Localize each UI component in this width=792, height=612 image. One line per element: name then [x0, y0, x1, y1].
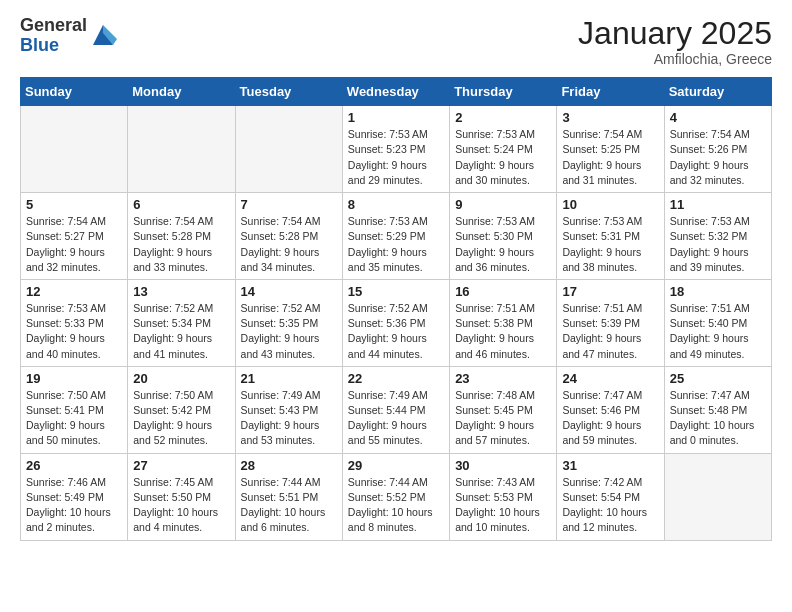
day-number: 16: [455, 284, 551, 299]
day-number: 14: [241, 284, 337, 299]
header-tuesday: Tuesday: [235, 78, 342, 106]
cell-info: Sunrise: 7:52 AM Sunset: 5:36 PM Dayligh…: [348, 301, 444, 362]
day-number: 26: [26, 458, 122, 473]
calendar-cell: 19Sunrise: 7:50 AM Sunset: 5:41 PM Dayli…: [21, 366, 128, 453]
day-number: 27: [133, 458, 229, 473]
calendar-cell: 9Sunrise: 7:53 AM Sunset: 5:30 PM Daylig…: [450, 193, 557, 280]
calendar-cell: 30Sunrise: 7:43 AM Sunset: 5:53 PM Dayli…: [450, 453, 557, 540]
calendar-cell: 27Sunrise: 7:45 AM Sunset: 5:50 PM Dayli…: [128, 453, 235, 540]
calendar-week-row: 26Sunrise: 7:46 AM Sunset: 5:49 PM Dayli…: [21, 453, 772, 540]
calendar-cell: 18Sunrise: 7:51 AM Sunset: 5:40 PM Dayli…: [664, 279, 771, 366]
day-number: 11: [670, 197, 766, 212]
calendar-cell: 21Sunrise: 7:49 AM Sunset: 5:43 PM Dayli…: [235, 366, 342, 453]
day-number: 8: [348, 197, 444, 212]
cell-info: Sunrise: 7:49 AM Sunset: 5:44 PM Dayligh…: [348, 388, 444, 449]
cell-info: Sunrise: 7:52 AM Sunset: 5:35 PM Dayligh…: [241, 301, 337, 362]
calendar-cell: 4Sunrise: 7:54 AM Sunset: 5:26 PM Daylig…: [664, 106, 771, 193]
cell-info: Sunrise: 7:53 AM Sunset: 5:24 PM Dayligh…: [455, 127, 551, 188]
month-title: January 2025: [578, 16, 772, 51]
calendar-cell: 29Sunrise: 7:44 AM Sunset: 5:52 PM Dayli…: [342, 453, 449, 540]
cell-info: Sunrise: 7:53 AM Sunset: 5:30 PM Dayligh…: [455, 214, 551, 275]
day-number: 1: [348, 110, 444, 125]
title-block: January 2025 Amfilochia, Greece: [578, 16, 772, 67]
calendar-cell: 31Sunrise: 7:42 AM Sunset: 5:54 PM Dayli…: [557, 453, 664, 540]
cell-info: Sunrise: 7:50 AM Sunset: 5:41 PM Dayligh…: [26, 388, 122, 449]
cell-info: Sunrise: 7:45 AM Sunset: 5:50 PM Dayligh…: [133, 475, 229, 536]
calendar-cell: 2Sunrise: 7:53 AM Sunset: 5:24 PM Daylig…: [450, 106, 557, 193]
cell-info: Sunrise: 7:48 AM Sunset: 5:45 PM Dayligh…: [455, 388, 551, 449]
day-number: 12: [26, 284, 122, 299]
calendar-week-row: 19Sunrise: 7:50 AM Sunset: 5:41 PM Dayli…: [21, 366, 772, 453]
calendar-week-row: 5Sunrise: 7:54 AM Sunset: 5:27 PM Daylig…: [21, 193, 772, 280]
cell-info: Sunrise: 7:51 AM Sunset: 5:38 PM Dayligh…: [455, 301, 551, 362]
cell-info: Sunrise: 7:44 AM Sunset: 5:51 PM Dayligh…: [241, 475, 337, 536]
day-number: 6: [133, 197, 229, 212]
day-number: 28: [241, 458, 337, 473]
calendar-cell: [21, 106, 128, 193]
calendar-cell: 13Sunrise: 7:52 AM Sunset: 5:34 PM Dayli…: [128, 279, 235, 366]
cell-info: Sunrise: 7:53 AM Sunset: 5:29 PM Dayligh…: [348, 214, 444, 275]
header-friday: Friday: [557, 78, 664, 106]
cell-info: Sunrise: 7:52 AM Sunset: 5:34 PM Dayligh…: [133, 301, 229, 362]
header-sunday: Sunday: [21, 78, 128, 106]
calendar-cell: 14Sunrise: 7:52 AM Sunset: 5:35 PM Dayli…: [235, 279, 342, 366]
page-header: General Blue January 2025 Amfilochia, Gr…: [20, 16, 772, 67]
cell-info: Sunrise: 7:54 AM Sunset: 5:26 PM Dayligh…: [670, 127, 766, 188]
cell-info: Sunrise: 7:42 AM Sunset: 5:54 PM Dayligh…: [562, 475, 658, 536]
calendar-cell: 8Sunrise: 7:53 AM Sunset: 5:29 PM Daylig…: [342, 193, 449, 280]
calendar-cell: 11Sunrise: 7:53 AM Sunset: 5:32 PM Dayli…: [664, 193, 771, 280]
calendar-cell: 26Sunrise: 7:46 AM Sunset: 5:49 PM Dayli…: [21, 453, 128, 540]
logo-icon: [89, 21, 117, 49]
calendar-cell: 12Sunrise: 7:53 AM Sunset: 5:33 PM Dayli…: [21, 279, 128, 366]
calendar-cell: 16Sunrise: 7:51 AM Sunset: 5:38 PM Dayli…: [450, 279, 557, 366]
weekday-header-row: Sunday Monday Tuesday Wednesday Thursday…: [21, 78, 772, 106]
logo-text: General Blue: [20, 16, 87, 56]
day-number: 25: [670, 371, 766, 386]
calendar-cell: 5Sunrise: 7:54 AM Sunset: 5:27 PM Daylig…: [21, 193, 128, 280]
calendar-cell: 24Sunrise: 7:47 AM Sunset: 5:46 PM Dayli…: [557, 366, 664, 453]
cell-info: Sunrise: 7:53 AM Sunset: 5:33 PM Dayligh…: [26, 301, 122, 362]
calendar-cell: 23Sunrise: 7:48 AM Sunset: 5:45 PM Dayli…: [450, 366, 557, 453]
day-number: 4: [670, 110, 766, 125]
day-number: 2: [455, 110, 551, 125]
cell-info: Sunrise: 7:46 AM Sunset: 5:49 PM Dayligh…: [26, 475, 122, 536]
day-number: 15: [348, 284, 444, 299]
cell-info: Sunrise: 7:49 AM Sunset: 5:43 PM Dayligh…: [241, 388, 337, 449]
day-number: 22: [348, 371, 444, 386]
day-number: 17: [562, 284, 658, 299]
cell-info: Sunrise: 7:54 AM Sunset: 5:27 PM Dayligh…: [26, 214, 122, 275]
calendar-cell: 10Sunrise: 7:53 AM Sunset: 5:31 PM Dayli…: [557, 193, 664, 280]
location: Amfilochia, Greece: [578, 51, 772, 67]
cell-info: Sunrise: 7:53 AM Sunset: 5:32 PM Dayligh…: [670, 214, 766, 275]
cell-info: Sunrise: 7:47 AM Sunset: 5:46 PM Dayligh…: [562, 388, 658, 449]
day-number: 30: [455, 458, 551, 473]
calendar-table: Sunday Monday Tuesday Wednesday Thursday…: [20, 77, 772, 540]
header-thursday: Thursday: [450, 78, 557, 106]
cell-info: Sunrise: 7:54 AM Sunset: 5:28 PM Dayligh…: [241, 214, 337, 275]
calendar-cell: 6Sunrise: 7:54 AM Sunset: 5:28 PM Daylig…: [128, 193, 235, 280]
cell-info: Sunrise: 7:53 AM Sunset: 5:23 PM Dayligh…: [348, 127, 444, 188]
header-monday: Monday: [128, 78, 235, 106]
day-number: 5: [26, 197, 122, 212]
calendar-cell: [664, 453, 771, 540]
day-number: 29: [348, 458, 444, 473]
header-wednesday: Wednesday: [342, 78, 449, 106]
day-number: 9: [455, 197, 551, 212]
day-number: 31: [562, 458, 658, 473]
calendar-cell: 3Sunrise: 7:54 AM Sunset: 5:25 PM Daylig…: [557, 106, 664, 193]
header-saturday: Saturday: [664, 78, 771, 106]
day-number: 7: [241, 197, 337, 212]
calendar-cell: 1Sunrise: 7:53 AM Sunset: 5:23 PM Daylig…: [342, 106, 449, 193]
calendar-week-row: 12Sunrise: 7:53 AM Sunset: 5:33 PM Dayli…: [21, 279, 772, 366]
cell-info: Sunrise: 7:50 AM Sunset: 5:42 PM Dayligh…: [133, 388, 229, 449]
day-number: 10: [562, 197, 658, 212]
calendar-week-row: 1Sunrise: 7:53 AM Sunset: 5:23 PM Daylig…: [21, 106, 772, 193]
cell-info: Sunrise: 7:47 AM Sunset: 5:48 PM Dayligh…: [670, 388, 766, 449]
cell-info: Sunrise: 7:53 AM Sunset: 5:31 PM Dayligh…: [562, 214, 658, 275]
day-number: 21: [241, 371, 337, 386]
day-number: 18: [670, 284, 766, 299]
logo-general: General: [20, 16, 87, 36]
cell-info: Sunrise: 7:44 AM Sunset: 5:52 PM Dayligh…: [348, 475, 444, 536]
day-number: 23: [455, 371, 551, 386]
day-number: 3: [562, 110, 658, 125]
